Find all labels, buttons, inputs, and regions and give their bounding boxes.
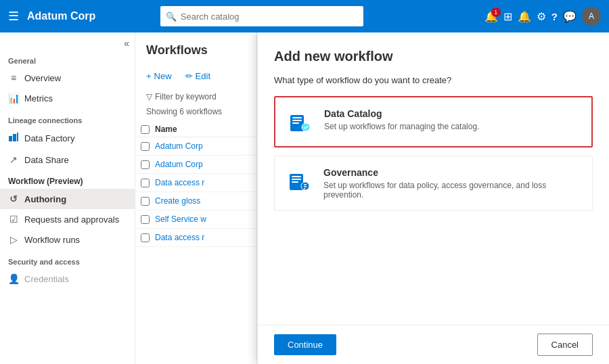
workflow-link[interactable]: Data access r xyxy=(155,233,204,242)
overview-icon: ≡ xyxy=(8,72,19,83)
switch-icon[interactable]: ⊞ xyxy=(503,10,512,23)
data-catalog-content: Data Catalog Set up workflows for managi… xyxy=(324,108,581,131)
sidebar-item-metrics[interactable]: 📊 Metrics xyxy=(0,88,135,108)
data-share-icon: ↗ xyxy=(8,154,19,165)
svg-rect-11 xyxy=(292,181,298,183)
filter-bar: ▽ Filter by keyword xyxy=(135,89,256,104)
topnav: ☰ Adatum Corp 🔍 🔔 1 ⊞ 🔔 ⚙ ? 💬 A xyxy=(0,0,609,32)
sidebar: « General ≡ Overview 📊 Metrics Lineage c… xyxy=(0,32,135,364)
governance-icon xyxy=(286,167,313,194)
help-icon[interactable]: ? xyxy=(551,11,558,22)
feedback-icon[interactable]: 💬 xyxy=(563,10,577,23)
app-title: Adatum Corp xyxy=(27,10,95,22)
svg-rect-4 xyxy=(292,117,302,118)
hamburger-icon[interactable]: ☰ xyxy=(8,9,19,24)
collapse-icon[interactable]: « xyxy=(124,38,129,49)
edit-button[interactable]: ✏ Edit xyxy=(180,68,216,84)
app-layout: « General ≡ Overview 📊 Metrics Lineage c… xyxy=(0,32,609,364)
data-catalog-icon xyxy=(286,108,313,135)
table-row: Data access r xyxy=(135,174,256,192)
workflow-link[interactable]: Adatum Corp xyxy=(155,160,203,169)
settings-icon[interactable]: ⚙ xyxy=(537,10,546,23)
search-icon: 🔍 xyxy=(166,12,177,22)
svg-rect-10 xyxy=(292,179,301,180)
table-row: Create gloss xyxy=(135,192,256,210)
svg-rect-13 xyxy=(304,184,307,185)
workflow-option-governance[interactable]: Governance Set up workflows for data pol… xyxy=(274,156,593,211)
svg-rect-0 xyxy=(9,136,12,141)
data-catalog-desc: Set up workflows for managing the catalo… xyxy=(324,122,581,131)
sidebar-item-data-factory[interactable]: Data Factory xyxy=(0,127,135,150)
edit-icon: ✏ xyxy=(185,71,193,81)
svg-rect-9 xyxy=(292,176,301,177)
search-box: 🔍 xyxy=(160,6,363,26)
dialog-overlay: Add new workflow What type of workflow d… xyxy=(257,32,609,364)
sidebar-collapse: « xyxy=(0,32,135,49)
showing-count: Showing 6 workflows xyxy=(135,104,256,120)
bell-icon[interactable]: 🔔 1 xyxy=(484,10,498,23)
table-row: Data access r xyxy=(135,229,256,247)
new-button[interactable]: + New xyxy=(141,68,177,84)
workflow-link[interactable]: Self Service w xyxy=(155,214,206,224)
dialog-body: Add new workflow What type of workflow d… xyxy=(258,32,609,325)
filter-icon: ▽ xyxy=(146,92,152,101)
svg-rect-1 xyxy=(13,134,16,141)
notification-badge: 1 xyxy=(491,7,501,17)
svg-rect-5 xyxy=(292,120,302,121)
data-catalog-title: Data Catalog xyxy=(324,108,581,119)
workflow-link[interactable]: Adatum Corp xyxy=(155,141,203,151)
plus-icon: + xyxy=(146,71,152,81)
table-row: Adatum Corp xyxy=(135,137,256,156)
dialog-footer: Continue Cancel xyxy=(258,325,609,364)
continue-button[interactable]: Continue xyxy=(274,334,336,355)
workflows-panel: Workflows + New ✏ Edit ▽ Filter by keywo… xyxy=(135,32,257,364)
section-label-general: General xyxy=(0,49,135,68)
table-row: Self Service w xyxy=(135,210,256,229)
topnav-icons: 🔔 1 ⊞ 🔔 ⚙ ? 💬 A xyxy=(484,7,601,26)
section-header-workflow: Workflow (Preview) xyxy=(0,170,135,189)
governance-content: Governance Set up workflows for data pol… xyxy=(323,167,581,200)
main-content: Workflows + New ✏ Edit ▽ Filter by keywo… xyxy=(135,32,609,364)
sidebar-item-requests[interactable]: ☑ Requests and approvals xyxy=(0,209,135,229)
sidebar-item-workflow-runs[interactable]: ▷ Workflow runs xyxy=(0,229,135,250)
add-workflow-dialog: Add new workflow What type of workflow d… xyxy=(257,32,609,364)
row-checkbox[interactable] xyxy=(141,215,150,224)
svg-rect-15 xyxy=(304,188,305,189)
requests-icon: ☑ xyxy=(8,214,19,225)
sidebar-item-data-share[interactable]: ↗ Data Share xyxy=(0,150,135,170)
metrics-icon: 📊 xyxy=(8,93,19,104)
dialog-question: What type of workflow do you want to cre… xyxy=(274,75,593,85)
sidebar-item-authoring[interactable]: ↺ Authoring xyxy=(0,189,135,209)
data-factory-icon xyxy=(8,132,19,145)
row-checkbox[interactable] xyxy=(141,179,150,187)
dialog-title: Add new workflow xyxy=(274,49,593,64)
workflow-option-data-catalog[interactable]: Data Catalog Set up workflows for managi… xyxy=(274,96,593,147)
sidebar-item-credentials[interactable]: 👤 Credentials xyxy=(0,269,135,289)
workflows-title: Workflows xyxy=(135,32,256,66)
governance-title: Governance xyxy=(323,167,581,178)
svg-rect-14 xyxy=(304,186,307,187)
workflows-list: Name Adatum Corp Adatum Corp Data access… xyxy=(135,120,256,247)
workflows-toolbar: + New ✏ Edit xyxy=(135,66,256,89)
section-label-lineage: Lineage connections xyxy=(0,108,135,127)
search-input[interactable] xyxy=(181,12,358,22)
workflows-header: Name xyxy=(135,120,256,137)
sidebar-item-overview[interactable]: ≡ Overview xyxy=(0,68,135,88)
svg-rect-2 xyxy=(17,133,18,141)
cancel-button[interactable]: Cancel xyxy=(537,334,593,356)
select-all-checkbox[interactable] xyxy=(141,125,150,134)
workflow-link[interactable]: Data access r xyxy=(155,178,204,187)
row-checkbox[interactable] xyxy=(141,233,150,242)
credentials-icon: 👤 xyxy=(8,273,19,284)
table-row: Adatum Corp xyxy=(135,156,256,174)
alert-icon[interactable]: 🔔 xyxy=(518,10,531,23)
authoring-icon: ↺ xyxy=(8,194,19,204)
workflow-runs-icon: ▷ xyxy=(8,234,19,245)
row-checkbox[interactable] xyxy=(141,160,150,169)
row-checkbox[interactable] xyxy=(141,142,150,151)
avatar[interactable]: A xyxy=(582,7,601,26)
governance-desc: Set up workflows for data policy, access… xyxy=(323,181,581,200)
workflow-link[interactable]: Create gloss xyxy=(155,196,200,206)
row-checkbox[interactable] xyxy=(141,197,150,206)
svg-rect-6 xyxy=(292,122,299,124)
